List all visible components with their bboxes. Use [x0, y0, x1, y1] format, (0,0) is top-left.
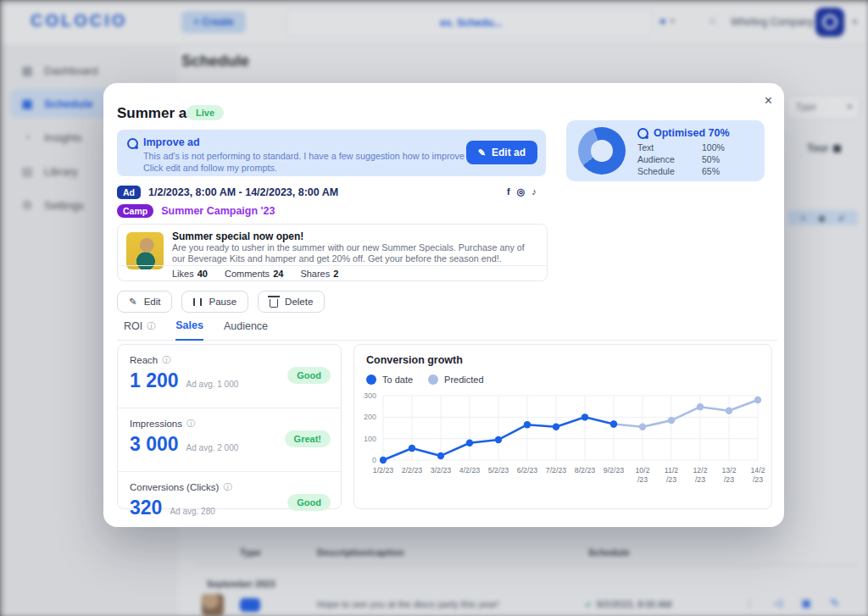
svg-text:0: 0 — [372, 456, 376, 464]
pause-icon — [193, 298, 202, 306]
row-description: Hope to see you at the disco party this … — [317, 599, 499, 609]
optimised-row-schedule: Schedule65% — [637, 165, 758, 177]
optimised-row-audience: Audience50% — [637, 153, 758, 165]
metric-value: 320 — [130, 497, 162, 519]
edit-icon[interactable]: ✎ — [830, 597, 839, 609]
legend-predicted: Predicted — [428, 375, 483, 385]
create-button[interactable]: + Create — [181, 11, 246, 33]
svg-text:9/2/23: 9/2/23 — [604, 466, 625, 474]
sidebar-item-label: Settings — [44, 199, 84, 212]
calendar-icon: ▣ — [20, 97, 34, 110]
metrics-card: Reachⓘ 1 200 Ad avg. 1 000 Good Impressi… — [117, 344, 342, 509]
comments-stat: Comments24 — [225, 269, 283, 279]
sidebar-item-label: Schedule — [44, 97, 93, 110]
legend-dot — [366, 375, 376, 385]
table-group-label: September 2023 — [207, 579, 275, 589]
campaign-name[interactable]: Summer Campaign '23 — [161, 205, 275, 217]
dashboard-icon: ▦ — [20, 64, 34, 77]
page-title: Schedule — [181, 53, 249, 70]
share-icon[interactable]: ◁ — [774, 597, 782, 609]
ad-schedule-row: Ad 1/2/2023, 8:00 AM - 14/2/2023, 8:00 A… — [117, 186, 338, 199]
tab-audience[interactable]: Audience — [224, 319, 268, 340]
svg-text:7/2/23: 7/2/23 — [546, 466, 567, 474]
close-icon[interactable]: × — [765, 93, 772, 108]
svg-text:13/2: 13/2 — [721, 466, 736, 474]
post-preview-card: Summer special now open! Are you ready t… — [117, 224, 548, 281]
svg-text:11/2: 11/2 — [665, 466, 679, 474]
svg-text:2/2/23: 2/2/23 — [402, 466, 423, 474]
shares-stat: Shares2 — [300, 269, 338, 279]
svg-text:4/2/23: 4/2/23 — [459, 466, 481, 474]
metric-rating-badge: Great! — [285, 430, 331, 447]
pause-button[interactable]: Pause — [181, 291, 248, 313]
check-icon[interactable]: ✔ — [838, 214, 845, 223]
type-filter-dropdown[interactable]: Type ▾ — [787, 95, 860, 119]
quick-actions-strip[interactable]: + ◉ ✔ — [788, 210, 858, 225]
improve-ad-panel: Improve ad This ad's is not performing t… — [117, 130, 546, 176]
account-avatar[interactable] — [815, 8, 844, 36]
likes-stat: Likes40 — [172, 269, 208, 279]
check-icon: ✔ — [585, 600, 592, 609]
post-thumbnail — [126, 232, 164, 269]
svg-text:1/2/23: 1/2/23 — [373, 466, 394, 474]
sidebar-item-label: Library — [44, 165, 78, 178]
type-filter-label: Type — [796, 102, 816, 112]
column-header-schedule: Schedule — [588, 547, 630, 558]
metric-value: 3 000 — [130, 433, 179, 456]
metric-conversions: Conversions (Clicks)ⓘ 320 Ad avg. 280 Go… — [118, 472, 341, 535]
info-icon[interactable]: ⓘ — [147, 320, 155, 332]
campaign-row: Camp Summer Campaign '23 — [117, 204, 275, 218]
tour-link[interactable]: Tour — [807, 142, 841, 154]
sidebar-item-dashboard[interactable]: ▦ Dashboard — [10, 56, 176, 85]
optimised-row-text: Text100% — [637, 142, 758, 153]
info-icon[interactable]: ⓘ — [223, 481, 231, 493]
chevron-down-icon: ▾ — [848, 102, 852, 111]
chart-legend: To date Predicted — [366, 375, 484, 385]
library-icon: ▤ — [20, 164, 34, 178]
sidebar-item-label: Insights — [44, 131, 82, 144]
post-body: Are you ready to usher in the summer wit… — [172, 242, 537, 264]
edit-button[interactable]: ✎Edit — [117, 291, 172, 313]
assistant-icon — [637, 128, 648, 139]
tab-sales[interactable]: Sales — [175, 319, 203, 341]
optimised-donut-chart — [578, 127, 626, 175]
svg-text:/23: /23 — [666, 475, 676, 484]
column-header-type: Type — [240, 547, 261, 558]
status-badge: Live — [186, 105, 224, 120]
language-selector[interactable]: ● ▾ — [659, 14, 675, 27]
ad-details-modal: × Summer ad 1 Live Improve ad This ad's … — [103, 83, 784, 527]
target-icon[interactable]: ◉ — [818, 214, 826, 223]
tab-roi[interactable]: ROIⓘ — [124, 319, 155, 340]
svg-text:/23: /23 — [724, 475, 734, 484]
more-icon[interactable]: ⋮ — [744, 597, 755, 609]
ad-actions: ✎Edit Pause Delete — [117, 291, 325, 313]
metric-impressions: Impressionsⓘ 3 000 Ad avg. 2 000 Great! — [118, 408, 341, 472]
svg-text:12/2: 12/2 — [693, 466, 707, 474]
info-icon[interactable]: ⓘ — [186, 418, 195, 430]
post-title: Summer special now open! — [172, 230, 303, 242]
row-actions: ⋮ ◁ ▣ ✎ — [744, 597, 839, 609]
optimised-title: Optimised 70% — [654, 127, 730, 139]
settings-icon: ⚙ — [20, 198, 34, 212]
edit-ad-button[interactable]: ✎Edit ad — [466, 141, 537, 164]
ad-badge: Ad — [117, 186, 141, 199]
copy-icon[interactable]: ▣ — [801, 597, 811, 609]
svg-text:300: 300 — [364, 391, 376, 400]
conversion-growth-chart: 01002003001/2/232/2/233/2/234/2/235/2/23… — [358, 389, 766, 504]
post-stats: Likes40 Comments24 Shares2 — [118, 265, 547, 280]
chart-title: Conversion growth — [366, 354, 463, 366]
facebook-icon: f — [507, 186, 510, 197]
delete-button[interactable]: Delete — [258, 291, 325, 313]
svg-text:8/2/23: 8/2/23 — [575, 466, 596, 474]
account-chevron-icon[interactable]: ▾ — [853, 17, 857, 26]
svg-text:100: 100 — [364, 435, 376, 443]
svg-text:5/2/23: 5/2/23 — [488, 466, 509, 474]
notifications-icon[interactable]: ○ — [709, 13, 716, 27]
improve-ad-body: This ad's is not performing to standard.… — [143, 151, 487, 174]
platform-icons: f ◎ ♪ — [507, 186, 537, 197]
search-input[interactable]: ex. Schedu... — [287, 9, 653, 36]
trash-icon — [270, 299, 278, 308]
sidebar-item-label: Dashboard — [44, 64, 98, 77]
info-icon[interactable]: ⓘ — [162, 354, 170, 366]
plus-icon[interactable]: + — [801, 214, 806, 223]
